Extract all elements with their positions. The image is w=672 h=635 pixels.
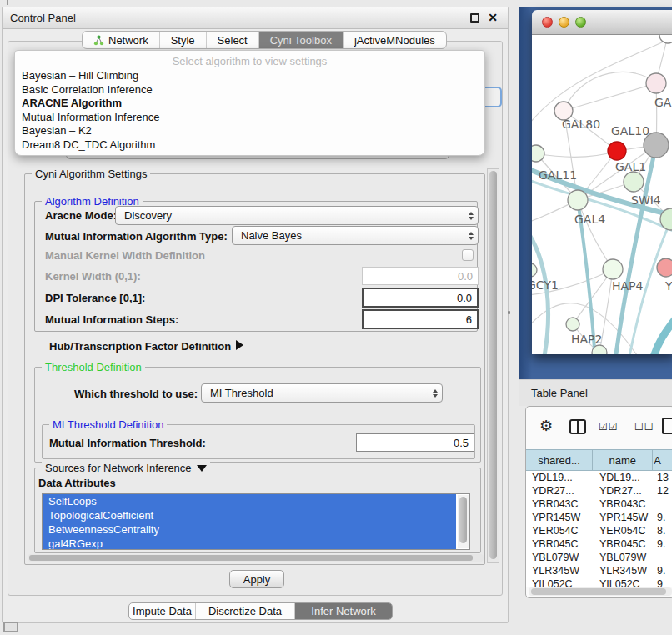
column-header-name[interactable]: name <box>593 450 653 470</box>
settings-vscrollbar-thumb[interactable] <box>489 171 497 559</box>
table-hscrollbar[interactable] <box>529 588 672 596</box>
list-scrollbar-thumb[interactable] <box>459 497 467 543</box>
mi-type-label: Mutual Information Algorithm Type: <box>45 230 228 242</box>
cyni-toolbox-panel: Select algorithm to view settings Bayesi… <box>8 41 503 596</box>
table-toolbar: ⚙ ☑☑ ☐☐ <box>526 407 672 448</box>
mi-threshold-input[interactable]: 0.5 <box>356 433 474 452</box>
tab-jactivemnodules[interactable]: jActiveMNodules <box>344 32 446 48</box>
table-row[interactable]: YIL052CYIL052C9 <box>526 578 672 587</box>
apply-button[interactable]: Apply <box>229 570 284 588</box>
menu-item-mutual-information[interactable]: Mutual Information Inference <box>15 111 484 125</box>
table-row[interactable]: YDL19...YDL19...13 <box>526 471 672 484</box>
table-row[interactable]: YLR345WYLR345W9. <box>526 564 672 578</box>
cell: YPR145W <box>594 511 654 524</box>
table-row[interactable]: YBL079WYBL079W <box>526 551 672 564</box>
columns-icon[interactable] <box>569 419 586 434</box>
decorative-tick <box>7 0 8 5</box>
node-label-hap4: HAP4 <box>612 279 643 292</box>
checked-boxes-icon[interactable]: ☑☑ <box>599 421 619 432</box>
node-pink-top[interactable] <box>646 73 666 93</box>
list-item-betweennesscentrality[interactable]: BetweennessCentrality <box>43 522 456 537</box>
manual-kernel-checkbox[interactable] <box>462 249 474 261</box>
cell: YER054C <box>594 524 654 538</box>
tab-discretize-data[interactable]: Discretize Data <box>196 603 295 619</box>
tab-network[interactable]: Network <box>83 32 160 48</box>
mac-minimize-button[interactable] <box>559 17 569 28</box>
menu-item-bayesian-hill-climbing[interactable]: Bayesian – Hill Climbing <box>15 69 484 83</box>
node-label-y-cut: Y <box>665 279 672 292</box>
panel-splitter-handle[interactable] <box>508 311 510 314</box>
table-row[interactable]: YDR27...YDR27...12 <box>526 484 672 498</box>
node-gal4[interactable] <box>568 190 588 210</box>
list-item-gal4rgexp[interactable]: gal4RGexp <box>43 537 456 550</box>
algorithm-dropdown-list: Bayesian – Hill Climbing Basic Correlati… <box>15 69 484 152</box>
menu-item-aracne[interactable]: ARACNE Algorithm <box>15 97 484 111</box>
column-header-clipped[interactable]: A <box>653 450 672 470</box>
mi-threshold-value: 0.5 <box>454 437 469 449</box>
aracne-mode-value: Discovery <box>124 209 172 222</box>
tab-select[interactable]: Select <box>207 32 259 48</box>
aracne-mode-select[interactable]: Discovery <box>115 206 479 225</box>
expand-arrow-icon[interactable] <box>236 340 243 350</box>
settings-vscrollbar[interactable] <box>487 168 499 563</box>
gear-icon[interactable]: ⚙ <box>539 417 553 435</box>
close-icon[interactable]: ✕ <box>488 11 498 24</box>
column-header-shared-name[interactable]: shared... <box>526 450 593 470</box>
list-item-topologicalcoefficient[interactable]: TopologicalCoefficient <box>43 508 456 522</box>
which-threshold-select[interactable]: MI Threshold <box>201 383 443 402</box>
tab-select-label: Select <box>218 34 248 47</box>
list-item-selfloops[interactable]: SelfLoops <box>43 494 456 508</box>
mac-close-button[interactable] <box>542 17 553 28</box>
control-panel-titlebar: Control Panel ✕ <box>3 8 508 29</box>
menu-item-basic-correlation[interactable]: Basic Correlation Inference <box>15 83 484 98</box>
control-panel-title: Control Panel <box>10 12 76 24</box>
menu-item-bayesian-k2[interactable]: Bayesian – K2 <box>15 124 484 138</box>
settings-hscrollbar[interactable] <box>28 554 484 562</box>
cell: 9 <box>654 578 672 587</box>
tab-style[interactable]: Style <box>160 32 207 48</box>
threshold-definition-title: Threshold Definition <box>42 361 145 373</box>
control-panel-window: Control Panel ✕ Network Style Select Cyn… <box>2 7 509 623</box>
kernel-width-input[interactable]: 0.0 <box>362 267 479 285</box>
tab-infer-network-label: Infer Network <box>311 605 375 618</box>
collapse-arrow-icon[interactable] <box>197 465 207 472</box>
cell: YPR145W <box>526 511 594 524</box>
mi-type-select[interactable]: Naive Bayes <box>232 226 479 245</box>
settings-hscrollbar-thumb[interactable] <box>29 555 473 561</box>
float-window-icon[interactable] <box>470 13 479 22</box>
node-label-swi4: SWI4 <box>631 193 661 207</box>
dpi-tolerance-input[interactable]: 0.0 <box>362 288 479 308</box>
network-canvas[interactable]: GAL GAL80 GAL10 GAL11 GAL1 SWI4 GAL4 GCY… <box>532 35 672 354</box>
settings-group-title: Cyni Algorithm Settings <box>32 168 150 180</box>
node-unlabeled-top[interactable] <box>659 35 672 43</box>
node-hap2[interactable] <box>566 318 579 331</box>
table-row[interactable]: YPR145WYPR145W9. <box>526 511 672 524</box>
unchecked-boxes-icon[interactable]: ☐☐ <box>634 421 654 432</box>
table-row[interactable]: YER054CYER054C8. <box>526 524 672 538</box>
table-hscrollbar-thumb[interactable] <box>531 588 666 595</box>
node-gcy1[interactable] <box>532 263 537 277</box>
network-icon <box>93 35 104 46</box>
kernel-width-value: 0.0 <box>458 270 473 282</box>
menu-item-dream8[interactable]: Dream8 DC_TDC Algorithm <box>15 138 484 152</box>
tab-impute-data-label: Impute Data <box>133 605 192 618</box>
node-hap4[interactable] <box>603 259 623 279</box>
mi-steps-input[interactable]: 6 <box>362 309 479 329</box>
table-grid-icon[interactable] <box>662 418 672 434</box>
minimized-panel-icon[interactable] <box>3 622 18 632</box>
tab-impute-data[interactable]: Impute Data <box>129 603 196 619</box>
tab-infer-network[interactable]: Infer Network <box>295 603 392 619</box>
tab-cyni-toolbox[interactable]: Cyni Toolbox <box>259 32 344 48</box>
node-red[interactable] <box>608 142 626 160</box>
table-row[interactable]: YBR045CYBR045C9. <box>526 538 672 551</box>
mac-zoom-button[interactable] <box>575 17 586 28</box>
node-salmon[interactable] <box>657 258 672 277</box>
cell: YLR345W <box>526 564 594 578</box>
node-label-hap2: HAP2 <box>571 332 602 346</box>
node-gal11[interactable] <box>532 145 544 162</box>
node-gal1[interactable] <box>624 172 644 192</box>
list-scrollbar[interactable] <box>458 495 469 548</box>
which-threshold-value: MI Threshold <box>210 387 273 399</box>
table-panel-title: Table Panel <box>531 387 588 399</box>
table-row[interactable]: YBR043CYBR043C <box>526 498 672 511</box>
